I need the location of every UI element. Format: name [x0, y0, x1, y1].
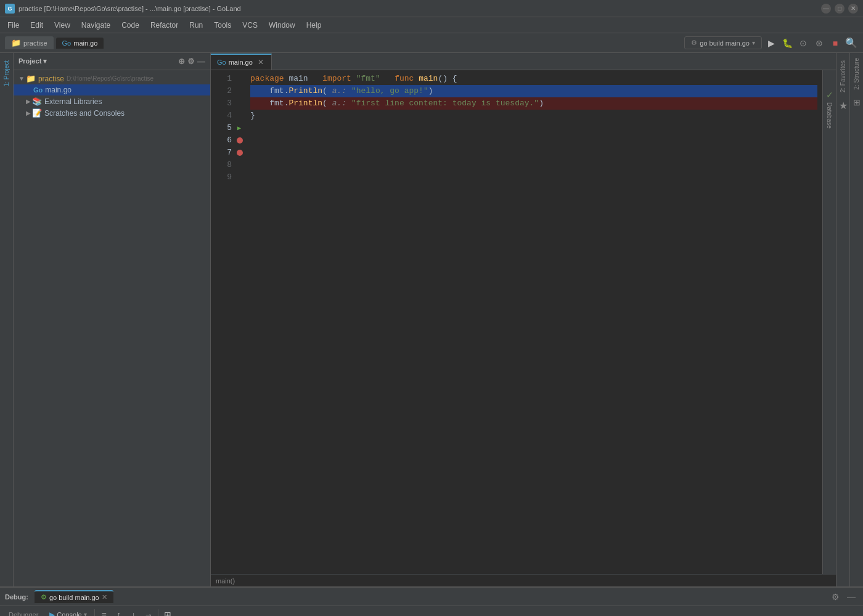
code-line-8: }: [250, 111, 255, 120]
tree-arrow-down: ▼: [18, 75, 25, 82]
breadcrumb-text: main(): [216, 577, 235, 585]
menu-file[interactable]: File: [2, 19, 24, 31]
code-line-5: func main() {: [395, 74, 457, 83]
code-line-9: [260, 111, 265, 120]
tab-close-icon[interactable]: ✕: [258, 58, 264, 67]
line-num-2: 2: [211, 85, 232, 97]
coverage-button[interactable]: ⊙: [796, 36, 810, 50]
editor-tab-maingo[interactable]: Go main.go ✕: [211, 54, 272, 70]
debug-toolbar: Debugger ▶ Console ▾ ≡ ↑ ↓ → ⊞: [0, 606, 863, 616]
menubar: File Edit View Navigate Code Refactor Ru…: [0, 17, 863, 33]
right-checkmark-icon: ✓: [826, 90, 833, 100]
code-line-7: fmt.Println( a.: "first line content: to…: [250, 97, 817, 110]
debug-label: Debug:: [5, 593, 28, 601]
run-config-tab[interactable]: ⚙ go build main.go ✕: [35, 590, 113, 603]
project-gear-icon[interactable]: ⚙: [187, 57, 195, 66]
structure-strip: 2: Structure ⊞: [849, 53, 863, 586]
tree-arrow-right2: ▶: [26, 110, 31, 116]
bottom-settings-icon[interactable]: ⚙: [829, 591, 842, 603]
project-breadcrumb[interactable]: 📁 practise: [5, 36, 54, 49]
run-config-selector[interactable]: ⚙ go build main.go ▾: [684, 36, 762, 49]
run-arrow-icon: ▶: [237, 124, 241, 132]
ext-libs-icon: 📚: [32, 97, 42, 106]
menu-edit[interactable]: Edit: [25, 19, 48, 31]
step-into-btn[interactable]: ↓: [127, 608, 141, 617]
main-layout: 1: Project Project ▾ ⊕ ⚙ — ▼ 📁 practise …: [0, 53, 863, 586]
breadcrumb-bar: main(): [211, 574, 836, 586]
tree-item-maingo-label: main.go: [45, 86, 72, 94]
step-over-btn[interactable]: ≡: [97, 608, 111, 617]
file-tab-label: main.go: [73, 39, 97, 47]
toolbar: 📁 practise Go main.go ⚙ go build main.go…: [0, 33, 863, 53]
editor-tabs: Go main.go ✕: [211, 53, 836, 70]
bottom-collapse-icon[interactable]: —: [845, 591, 858, 603]
gutter: ▶: [235, 70, 248, 574]
menu-view[interactable]: View: [49, 19, 75, 31]
structure-icon[interactable]: ⊞: [853, 97, 861, 107]
breakpoint-6[interactable]: [237, 137, 243, 144]
star-icon[interactable]: ★: [839, 100, 848, 111]
menu-window[interactable]: Window: [264, 19, 300, 31]
line-numbers: 1 2 3 4 5 6 7 8 9: [211, 70, 235, 574]
menu-help[interactable]: Help: [301, 19, 327, 31]
left-panel-tabs: 1: Project: [0, 53, 14, 586]
console-icon: ▶: [49, 610, 55, 617]
close-button[interactable]: ✕: [848, 4, 858, 14]
gutter-6: [237, 134, 248, 147]
code-content[interactable]: package main import "fmt" func main() { …: [248, 70, 822, 574]
minimize-button[interactable]: —: [821, 4, 831, 14]
bottom-panel: Debug: ⚙ go build main.go ✕ ⚙ — Debugger…: [0, 586, 863, 616]
root-folder-icon: 📁: [26, 74, 36, 83]
project-panel: Project ▾ ⊕ ⚙ — ▼ 📁 practise D:\Home\Rep…: [14, 53, 211, 586]
console-tab-btn[interactable]: ▶ Console ▾: [44, 609, 91, 617]
evaluate-btn[interactable]: ⊞: [161, 608, 174, 617]
project-tab-label: practise: [23, 39, 47, 47]
title-text: practise [D:\Home\Repos\Go\src\practise]…: [18, 5, 821, 12]
database-panel-label[interactable]: Database: [826, 100, 833, 131]
tree-item-maingo[interactable]: Go main.go: [14, 84, 210, 95]
menu-tools[interactable]: Tools: [209, 19, 236, 31]
debug-run-button[interactable]: 🐛: [780, 36, 794, 50]
code-line-1: package main: [250, 74, 308, 83]
breakpoint-7[interactable]: [237, 150, 243, 156]
code-editor[interactable]: 1 2 3 4 5 6 7 8 9 ▶: [211, 70, 822, 574]
bottom-tabs-bar: Debug: ⚙ go build main.go ✕ ⚙ —: [0, 588, 863, 606]
project-locate-icon[interactable]: ⊕: [178, 57, 185, 66]
debugger-tab-btn[interactable]: Debugger: [4, 610, 43, 617]
stop-button[interactable]: ■: [828, 36, 842, 50]
run-button[interactable]: ▶: [764, 36, 778, 50]
line-num-8: 8: [211, 159, 232, 171]
menu-vcs[interactable]: VCS: [237, 19, 263, 31]
menu-run[interactable]: Run: [184, 19, 208, 31]
profile-button[interactable]: ⊛: [812, 36, 826, 50]
line-num-3: 3: [211, 97, 232, 110]
code-line-6: fmt.Println( a.: "hello, go app!"): [250, 85, 817, 97]
tree-item-scratches[interactable]: ▶ 📝 Scratches and Consoles: [14, 107, 210, 119]
menu-navigate[interactable]: Navigate: [76, 19, 115, 31]
editor-tab-label: main.go: [229, 59, 253, 66]
run-config-tab-label: go build main.go: [49, 594, 99, 601]
tree-item-root-path: D:\Home\Repos\Go\src\practise: [67, 75, 153, 82]
menu-code[interactable]: Code: [117, 19, 144, 31]
tree-item-extlibs[interactable]: ▶ 📚 External Libraries: [14, 95, 210, 107]
tree-arrow-right: ▶: [26, 98, 31, 105]
menu-refactor[interactable]: Refactor: [145, 19, 183, 31]
run-to-cursor-btn[interactable]: →: [142, 608, 155, 617]
tree-item-extlibs-label: External Libraries: [44, 97, 102, 106]
file-breadcrumb[interactable]: Go main.go: [56, 38, 104, 49]
tree-item-root-label: practise: [38, 75, 64, 83]
tree-item-root[interactable]: ▼ 📁 practise D:\Home\Repos\Go\src\practi…: [14, 73, 210, 84]
gutter-2: [237, 85, 248, 97]
step-out-btn[interactable]: ↑: [112, 608, 126, 617]
maximize-button[interactable]: □: [835, 4, 845, 14]
code-line-3: import "fmt": [322, 74, 380, 83]
project-collapse-icon[interactable]: —: [197, 57, 205, 66]
project-panel-tab[interactable]: 1: Project: [2, 55, 11, 91]
favorites-panel-label[interactable]: 2: Favorites: [838, 55, 848, 97]
gutter-4: [237, 110, 248, 122]
structure-panel-label[interactable]: 2: Structure: [852, 53, 861, 95]
right-db-strip: ✓ Database: [822, 70, 836, 574]
run-config-label: go build main.go: [700, 39, 750, 47]
run-tab-close-icon[interactable]: ✕: [102, 593, 107, 601]
search-everywhere-button[interactable]: 🔍: [845, 36, 858, 50]
